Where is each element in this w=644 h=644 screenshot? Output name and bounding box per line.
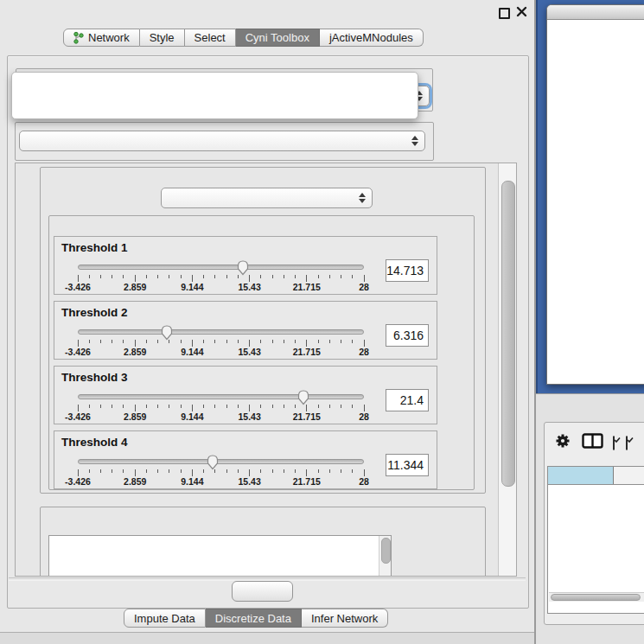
network-window-titlebar[interactable] (547, 5, 644, 20)
settings-scrollbar[interactable] (498, 163, 516, 576)
slider-tick (157, 340, 158, 343)
checkbox-checked-icon[interactable] (626, 436, 628, 450)
slider-tick-label: 21.715 (287, 282, 327, 292)
slider-tick (249, 275, 250, 282)
threshold-slider-track[interactable] (78, 459, 364, 464)
slider-tick-label: 2.859 (115, 347, 155, 357)
tab-infer-network[interactable]: Infer Network (302, 609, 388, 628)
apply-button[interactable] (232, 581, 293, 602)
slider-tick (135, 340, 136, 347)
table-hscrollbar-thumb[interactable] (551, 594, 641, 601)
slider-tick (272, 405, 273, 408)
slider-tick (192, 405, 193, 411)
settings-scroll-area: Threshold 1-3.4262.8599.14415.4321.71528… (15, 163, 517, 577)
slider-tick (135, 275, 136, 282)
slider-tick (272, 340, 273, 343)
slider-thumb[interactable] (296, 389, 310, 405)
slider-tick (329, 340, 330, 343)
slider-tick-label: -3.426 (58, 282, 98, 292)
slider-tick (226, 405, 227, 408)
threshold-value-field[interactable]: 6.316 (386, 324, 429, 347)
slider-tick (341, 405, 341, 408)
list-scrollbar-thumb[interactable] (381, 538, 391, 564)
slider-tick (123, 469, 124, 473)
table-horizontal-scrollbar[interactable] (549, 592, 644, 602)
settings-scrollbar-thumb[interactable] (501, 181, 515, 487)
tab-cyni-toolbox[interactable]: Cyni Toolbox (236, 29, 320, 47)
threshold-slider-track[interactable] (78, 329, 364, 335)
tab-impute-data[interactable]: Impute Data (124, 609, 206, 628)
slider-tick (135, 469, 136, 476)
number-of-intervals-select[interactable] (161, 188, 373, 208)
slider-tick-label: 21.715 (287, 476, 327, 487)
threshold-slider-track[interactable] (78, 394, 364, 399)
column-header-shared[interactable] (548, 467, 614, 484)
numerical-attributes-list[interactable] (48, 535, 392, 577)
slider-tick (284, 340, 284, 343)
slider-tick (226, 340, 227, 343)
slider-tick (112, 275, 112, 278)
slider-tick (214, 340, 215, 343)
threshold-panel: Threshold 1-3.4262.8599.14415.4321.71528… (54, 236, 437, 295)
tab-label: Infer Network (311, 612, 378, 625)
tab-network[interactable]: Network (63, 29, 140, 47)
threshold-label: Threshold 4 (61, 436, 128, 449)
slider-tick (295, 405, 296, 408)
slider-tick-label: 9.144 (172, 282, 212, 292)
network-view-window[interactable] (546, 4, 644, 385)
slider-tick (364, 405, 365, 411)
slider-tick (112, 469, 112, 473)
slider-tick (318, 469, 319, 473)
slider-tick (214, 405, 215, 408)
slider-tick (306, 405, 307, 411)
column-header-name[interactable] (614, 467, 644, 484)
close-icon[interactable] (516, 6, 527, 17)
slider-tick (318, 340, 319, 343)
slider-tick (352, 275, 353, 278)
slider-tick-label: 21.715 (287, 347, 327, 357)
slider-tick (169, 469, 169, 473)
threshold-value-field[interactable]: 21.4 (386, 389, 429, 411)
window-bottom-strip (0, 632, 534, 644)
slider-tick-label: 9.144 (172, 347, 212, 357)
float-window-icon[interactable] (499, 8, 510, 19)
right-workspace (536, 0, 644, 644)
slider-tick (295, 469, 296, 473)
slider-tick-label: -3.426 (58, 411, 98, 422)
threshold-value-field[interactable]: 14.713 (386, 259, 429, 282)
tab-label: Discretize Data (215, 612, 291, 625)
slider-tick (284, 275, 284, 278)
tab-jactivemnodules[interactable]: jActiveMNodules (320, 29, 424, 47)
threshold-slider-track[interactable] (78, 265, 364, 270)
tab-discretize-data[interactable]: Discretize Data (206, 609, 302, 628)
slider-thumb[interactable] (206, 454, 220, 470)
slider-tick (284, 469, 284, 473)
slider-tick (181, 469, 182, 473)
slider-thumb[interactable] (236, 259, 250, 276)
tab-select[interactable]: Select (185, 29, 236, 47)
slider-tick-label: 15.43 (230, 411, 270, 422)
slider-tick (89, 275, 90, 278)
threshold-value-field[interactable]: 11.344 (386, 454, 429, 476)
tab-label: Style (150, 31, 175, 44)
slider-tick (181, 405, 182, 408)
slider-tick (181, 275, 182, 278)
slider-tick (364, 469, 365, 476)
algorithm-dropdown-popup (11, 72, 418, 119)
tab-label: Impute Data (134, 612, 195, 625)
checkbox-checked-icon[interactable] (613, 436, 615, 450)
split-view-icon[interactable] (582, 433, 603, 449)
slider-thumb[interactable] (160, 324, 174, 341)
slider-tick (306, 469, 307, 476)
tab-style[interactable]: Style (140, 29, 185, 47)
slider-tick (352, 340, 353, 343)
gear-icon[interactable] (555, 433, 571, 449)
slider-tick-label: 28 (344, 411, 384, 422)
slider-tick (100, 405, 101, 408)
slider-tick (249, 405, 250, 411)
list-scrollbar[interactable] (379, 536, 391, 577)
slider-tick (146, 469, 147, 473)
table-data-select[interactable] (19, 131, 425, 151)
network-canvas[interactable] (548, 20, 644, 384)
slider-tick (295, 340, 296, 343)
